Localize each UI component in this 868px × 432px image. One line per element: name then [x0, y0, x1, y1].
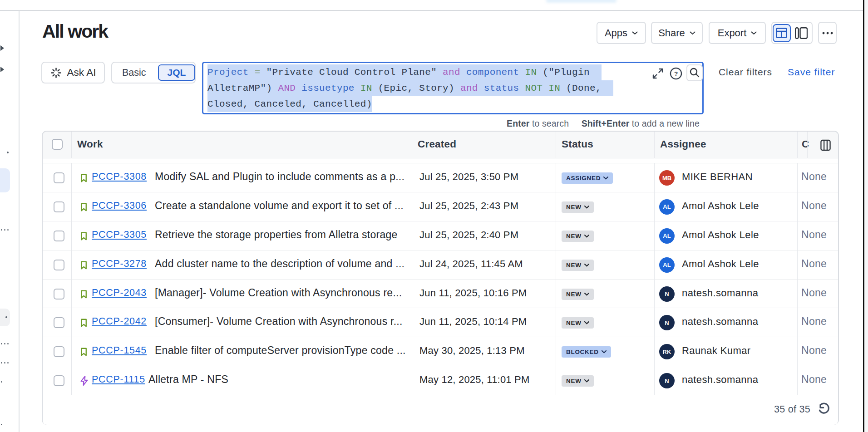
- svg-text:?: ?: [674, 70, 678, 77]
